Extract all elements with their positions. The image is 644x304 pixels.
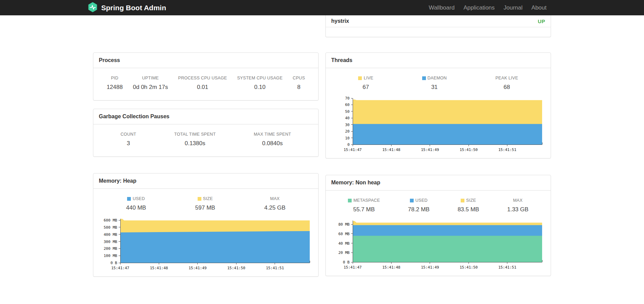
stat-threads-live: LIVE 67	[358, 76, 373, 91]
svg-text:15:41:49: 15:41:49	[188, 266, 206, 270]
stat-label: USED	[408, 198, 429, 203]
threads-chart: 01020304050607015:41:4715:41:4815:41:491…	[326, 92, 551, 158]
stat-label: METASPACE	[348, 198, 380, 203]
memory-heap-panel: Memory: Heap USED 440 MB SIZE 597 MB	[93, 173, 319, 277]
stat-label: CPUS	[293, 76, 305, 80]
brand-link[interactable]: Spring Boot Admin	[88, 2, 166, 14]
stat-heap-max: MAX 4.25 GB	[264, 196, 286, 211]
svg-text:60 MB: 60 MB	[338, 232, 350, 236]
stat-threads-peak: PEAK LIVE 68	[495, 76, 518, 91]
svg-text:0: 0	[347, 142, 350, 147]
nav-item-about[interactable]: About	[527, 0, 551, 15]
svg-text:15:41:50: 15:41:50	[460, 265, 478, 270]
svg-text:40 MB: 40 MB	[338, 241, 350, 246]
nav-item-journal[interactable]: Journal	[499, 0, 527, 15]
process-stats: PID 12488 UPTIME 0d 0h 2m 17s PROCESS CP…	[93, 68, 318, 100]
nav-item-wallboard[interactable]: Wallboard	[424, 0, 459, 15]
stat-label: PID	[107, 76, 123, 80]
svg-text:300 MB: 300 MB	[104, 240, 117, 244]
navbar-inner: Spring Boot Admin Wallboard Applications…	[93, 0, 551, 15]
legend-swatch-icon	[198, 197, 201, 201]
gc-stats: COUNT 3 TOTAL TIME SPENT 0.1380s MAX TIM…	[93, 124, 318, 156]
memory-nonheap-chart: 0 B20 MB40 MB60 MB80 MB15:41:4715:41:481…	[326, 214, 551, 276]
stat-pid: PID 12488	[107, 76, 123, 91]
svg-text:0 B: 0 B	[110, 261, 117, 265]
svg-text:15:41:48: 15:41:48	[382, 148, 400, 152]
stat-label: TOTAL TIME SPENT	[174, 132, 216, 137]
memory-nonheap-panel: Memory: Non heap METASPACE 55.7 MB USED …	[325, 175, 551, 276]
stat-value: 4.25 GB	[264, 204, 286, 211]
stat-nonheap-size: SIZE 83.5 MB	[458, 198, 479, 213]
left-column: Process PID 12488 UPTIME 0d 0h 2m 17s PR…	[93, 15, 319, 277]
stat-heap-used: USED 440 MB	[126, 196, 146, 211]
svg-text:30: 30	[345, 123, 350, 127]
stat-value: 0.10	[237, 84, 282, 91]
svg-text:15:41:49: 15:41:49	[421, 265, 439, 270]
stat-nonheap-used: USED 78.2 MB	[408, 198, 429, 213]
svg-text:400 MB: 400 MB	[104, 232, 117, 237]
stat-value: 78.2 MB	[408, 206, 429, 213]
svg-text:15:41:47: 15:41:47	[344, 148, 362, 152]
applications-status-panel: hystrix UP	[325, 15, 551, 37]
svg-text:10: 10	[345, 136, 350, 140]
stat-value: 55.7 MB	[348, 206, 380, 213]
svg-text:80 MB: 80 MB	[338, 222, 350, 227]
threads-panel: Threads LIVE 67 DAEMON 31	[325, 52, 551, 158]
svg-text:15:41:47: 15:41:47	[344, 265, 362, 270]
stat-label: SYSTEM CPU USAGE	[237, 76, 282, 80]
nav-links: Wallboard Applications Journal About	[424, 0, 551, 15]
stat-process-cpu: PROCESS CPU USAGE 0.01	[178, 76, 227, 91]
stat-uptime: UPTIME 0d 0h 2m 17s	[133, 76, 168, 91]
svg-text:15:41:48: 15:41:48	[150, 266, 168, 270]
panel-title: Threads	[326, 53, 551, 68]
gc-panel: Garbage Collection Pauses COUNT 3 TOTAL …	[93, 109, 319, 157]
svg-text:40: 40	[345, 116, 350, 120]
svg-text:15:41:48: 15:41:48	[382, 265, 400, 270]
svg-text:600 MB: 600 MB	[104, 218, 117, 223]
stat-metaspace: METASPACE 55.7 MB	[348, 198, 380, 213]
stat-gc-count: COUNT 3	[121, 132, 136, 147]
svg-text:70: 70	[345, 96, 350, 101]
stat-label: MAX	[507, 198, 528, 203]
svg-text:60: 60	[345, 103, 350, 107]
spacer	[93, 15, 319, 52]
stat-value: 0.1380s	[174, 140, 216, 147]
main-content: Process PID 12488 UPTIME 0d 0h 2m 17s PR…	[93, 15, 551, 277]
legend-swatch-icon	[358, 76, 362, 80]
stat-value: 440 MB	[126, 204, 146, 211]
stat-value: 0.0840s	[254, 140, 291, 147]
process-panel: Process PID 12488 UPTIME 0d 0h 2m 17s PR…	[93, 52, 319, 101]
svg-text:100 MB: 100 MB	[104, 254, 117, 258]
application-row[interactable]: hystrix UP	[326, 15, 551, 27]
stat-value: 8	[293, 84, 305, 91]
svg-text:50: 50	[345, 109, 350, 114]
stat-nonheap-max: MAX 1.33 GB	[507, 198, 528, 213]
stat-value: 1.33 GB	[507, 206, 528, 213]
stat-label: LIVE	[358, 76, 373, 80]
legend-swatch-icon	[127, 197, 131, 201]
stat-label: SIZE	[195, 196, 215, 201]
stat-value: 12488	[107, 84, 123, 91]
nav-item-applications[interactable]: Applications	[459, 0, 499, 15]
svg-text:0 B: 0 B	[343, 260, 350, 264]
right-column: hystrix UP Threads LIVE 67 DA	[325, 15, 551, 276]
stat-system-cpu: SYSTEM CPU USAGE 0.10	[237, 76, 282, 91]
stat-value: 0d 0h 2m 17s	[133, 84, 168, 91]
svg-text:15:41:47: 15:41:47	[111, 266, 129, 270]
stat-label: MAX	[264, 196, 286, 201]
brand-title: Spring Boot Admin	[101, 4, 166, 12]
legend-swatch-icon	[348, 199, 352, 202]
stat-gc-max-time: MAX TIME SPENT 0.0840s	[254, 132, 291, 147]
panel-title: Garbage Collection Pauses	[93, 109, 318, 124]
panel-title: Memory: Non heap	[326, 175, 551, 191]
stat-value: 31	[422, 84, 447, 91]
nonheap-legend: METASPACE 55.7 MB USED 78.2 MB SIZE	[326, 191, 551, 214]
stat-label: DAEMON	[422, 76, 447, 80]
legend-swatch-icon	[461, 199, 464, 202]
stat-label: SIZE	[458, 198, 479, 203]
heap-legend: USED 440 MB SIZE 597 MB MAX 4.25 GB	[93, 189, 318, 213]
stat-value: 67	[358, 84, 373, 91]
stat-value: 3	[121, 140, 136, 147]
stat-label: COUNT	[121, 132, 136, 137]
stat-value: 83.5 MB	[458, 206, 479, 213]
